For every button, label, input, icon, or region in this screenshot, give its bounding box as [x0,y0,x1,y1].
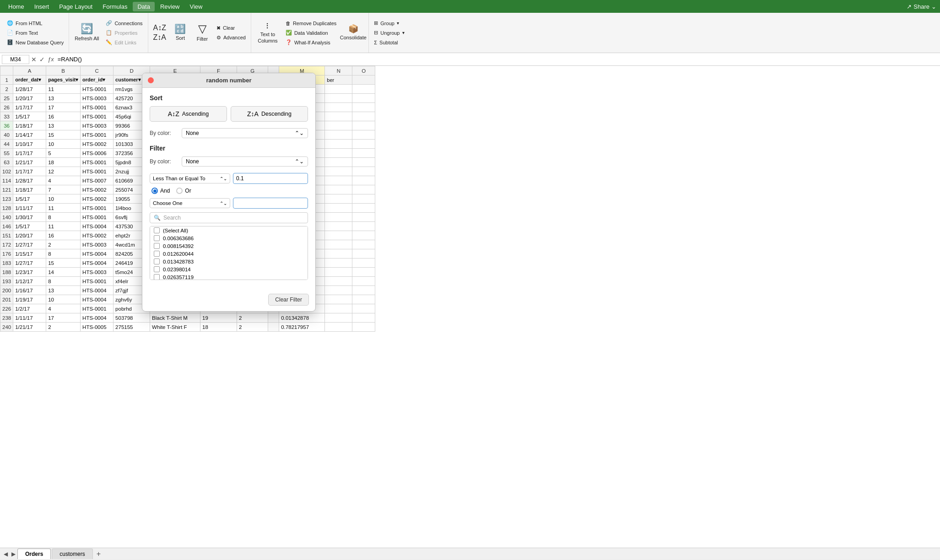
random-number-cell[interactable]: 0.01342878 [279,313,325,323]
header-pages-visited[interactable]: pages_visit▾ [46,75,81,85]
table-cell-n[interactable] [325,249,352,258]
table-cell-n[interactable] [325,194,352,204]
table-cell[interactable]: 1/21/17 [13,323,46,332]
ungroup-button[interactable]: ⊟ Ungroup ▾ [372,28,406,38]
table-cell[interactable]: HTS-0003 [81,94,113,103]
table-cell[interactable]: 1/27/17 [13,258,46,268]
tab-scroll-right[interactable]: ▶ [10,550,17,558]
table-cell[interactable]: 2 [46,240,81,249]
table-cell[interactable]: HTS-0004 [81,313,113,323]
group-button[interactable]: ⊞ Group ▾ [372,19,406,28]
menu-data[interactable]: Data [133,2,154,11]
table-cell-o[interactable] [352,222,375,231]
table-cell[interactable]: 1/12/17 [13,277,46,286]
table-cell-n[interactable] [325,231,352,240]
advanced-button[interactable]: ⚙ Advanced [214,33,248,42]
cancel-formula-icon[interactable]: ✕ [31,56,37,63]
table-cell[interactable]: HTS-0001 [81,204,113,213]
table-cell-o[interactable] [352,258,375,268]
table-cell[interactable]: HTS-0002 [81,231,113,240]
menu-formulas[interactable]: Formulas [98,2,132,11]
table-cell[interactable]: 18 [200,323,237,332]
table-cell-n[interactable] [325,121,352,130]
table-cell[interactable]: HTS-0004 [81,222,113,231]
tab-scroll-left[interactable]: ◀ [2,550,10,558]
table-cell-o[interactable] [352,85,375,94]
table-cell[interactable]: 1/23/17 [13,268,46,277]
table-cell[interactable]: 1/5/17 [13,112,46,121]
checkbox-item[interactable]: 0.008154392 [150,242,308,250]
sheet-area[interactable]: A B C D E F G M N O 1 order_dat▾ pages_v… [0,66,940,548]
table-cell[interactable]: 1/28/17 [13,176,46,185]
table-cell[interactable]: 1/18/17 [13,121,46,130]
table-cell[interactable]: 1/17/17 [13,167,46,176]
table-cell[interactable]: HTS-0005 [81,323,113,332]
table-cell-n[interactable] [325,103,352,112]
table-cell[interactable]: 1/20/17 [13,94,46,103]
table-cell-n[interactable] [325,295,352,304]
table-cell[interactable]: 1/2/17 [13,304,46,313]
table-cell[interactable]: 11 [46,85,81,94]
what-if-button[interactable]: ❓ What-If Analysis [283,38,339,47]
table-cell[interactable]: HTS-0003 [81,268,113,277]
consolidate-button[interactable]: 📦 Consolidate [340,18,366,48]
table-cell-n[interactable] [325,323,352,332]
formula-input[interactable] [56,56,938,63]
table-cell-n[interactable] [325,286,352,295]
table-cell[interactable]: 8 [46,249,81,258]
table-cell-n[interactable] [325,158,352,167]
table-cell[interactable]: HTS-0001 [81,158,113,167]
table-cell-n[interactable] [325,140,352,149]
table-cell-n[interactable] [325,240,352,249]
and-radio[interactable]: And [151,188,170,194]
checkbox-item[interactable]: 0.026357119 [150,273,308,280]
col-header-C[interactable]: C [81,66,113,75]
table-cell-n[interactable] [325,176,352,185]
table-cell-o[interactable] [352,121,375,130]
table-cell[interactable]: 15 [46,130,81,140]
table-cell[interactable]: HTS-0001 [81,213,113,222]
menu-view[interactable]: View [185,2,207,11]
table-cell[interactable]: 1/21/17 [13,158,46,167]
filter-value-input[interactable] [233,173,308,184]
table-cell[interactable]: 17 [46,313,81,323]
table-cell[interactable]: HTS-0004 [81,286,113,295]
col-header-O[interactable]: O [352,66,375,75]
random-number-cell[interactable]: 0.78217957 [279,323,325,332]
table-cell[interactable]: 1/16/17 [13,286,46,295]
table-cell-o[interactable] [352,277,375,286]
table-cell-n[interactable] [325,268,352,277]
table-cell[interactable]: 8 [46,277,81,286]
table-cell[interactable]: 1/20/17 [13,231,46,240]
table-cell[interactable]: HTS-0003 [81,121,113,130]
table-cell-o[interactable] [352,295,375,304]
table-cell[interactable]: 10 [46,295,81,304]
table-cell-o[interactable] [352,194,375,204]
checkbox-item[interactable]: 0.02398014 [150,265,308,273]
refresh-all-button[interactable]: 🔄 Refresh All [72,18,102,48]
properties-button[interactable]: 📋 Properties [103,28,145,38]
table-cell-n[interactable] [325,258,352,268]
edit-links-button[interactable]: ✏️ Edit Links [103,38,145,47]
table-cell[interactable]: HTS-0007 [81,176,113,185]
table-cell-n[interactable] [325,204,352,213]
col-header-A[interactable]: A [13,66,46,75]
from-text-button[interactable]: 📄 From Text [5,28,66,38]
checkbox-item[interactable]: 0.006363686 [150,234,308,242]
table-cell-o[interactable] [352,323,375,332]
table-cell[interactable]: 2 [237,323,268,332]
menu-home[interactable]: Home [4,2,29,11]
table-cell-n[interactable] [325,85,352,94]
table-cell[interactable]: 1/14/17 [13,130,46,140]
connections-button[interactable]: 🔗 Connections [103,19,145,28]
table-cell-o[interactable] [352,176,375,185]
table-cell[interactable]: HTS-0003 [81,240,113,249]
table-cell-n[interactable] [325,313,352,323]
table-cell[interactable]: 11 [46,222,81,231]
clear-filter-button[interactable]: Clear Filter [268,294,309,306]
table-cell[interactable]: 1/15/17 [13,249,46,258]
table-cell[interactable]: HTS-0001 [81,103,113,112]
table-cell-o[interactable] [352,167,375,176]
table-cell[interactable]: 503798 [113,313,150,323]
checkbox-list[interactable]: (Select All)0.0063636860.0081543920.0126… [150,226,308,280]
